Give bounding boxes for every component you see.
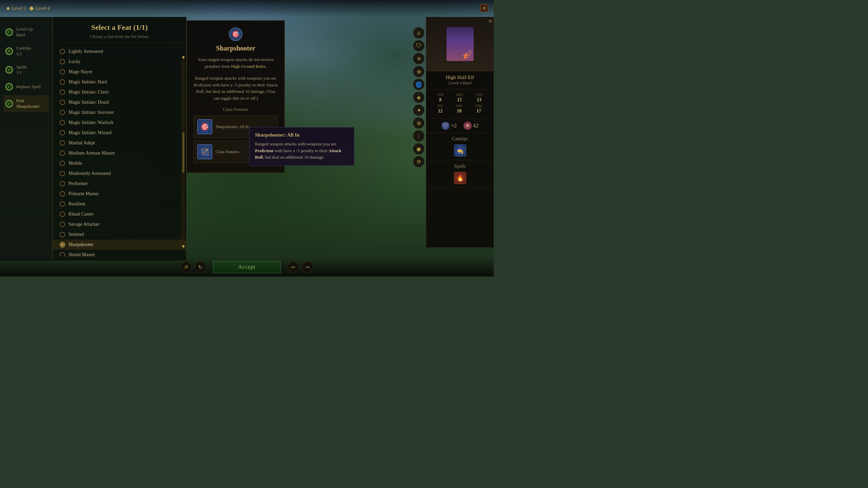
right-icon-8[interactable]: ⊛	[413, 117, 425, 129]
feat-item-moderately-armoured[interactable]: Moderately Armoured	[53, 168, 186, 179]
step-label-replace: Replace Spell	[16, 84, 41, 90]
right-icon-9[interactable]: ⋮	[413, 130, 425, 142]
portrait-image: 🎻	[447, 27, 474, 61]
feat-item-magic-initiate-druid[interactable]: Magic Initiate: Druid	[53, 97, 186, 107]
bottom-icon-undo[interactable]: ↩	[288, 261, 299, 273]
spells-section: Spells 🔥	[426, 160, 494, 188]
right-icon-3[interactable]: ✕	[413, 53, 425, 64]
hp-value: 42	[473, 123, 478, 129]
bottom-icon-rotate-right[interactable]: ↻	[195, 261, 206, 273]
spell-item-1[interactable]: 🔥	[454, 172, 466, 184]
ac-bonus-badge: 🛡 +2	[441, 122, 457, 130]
feat-item-ritual-caster[interactable]: Ritual Caster	[53, 209, 186, 219]
tooltip-body: Ranged weapon attacks with weapons you a…	[255, 141, 349, 161]
feat-item-polearm-master[interactable]: Polearm Master	[53, 189, 186, 199]
bottom-right-icons: ↩ ↪	[288, 261, 313, 273]
feat-name-lucky: Lucky	[68, 59, 81, 64]
right-icon-2[interactable]: 🛡	[413, 40, 425, 52]
feat-name-moderately-armoured: Moderately Armoured	[68, 171, 111, 176]
feat-name-magic-initiate-bard: Magic Initiate: Bard	[68, 79, 107, 85]
right-icon-4[interactable]: ⊕	[413, 66, 425, 77]
tooltip-panel: Sharpshooter: All In Ranged weapon attac…	[249, 127, 354, 166]
portrait-violin-icon: 🎻	[462, 50, 472, 59]
feat-name-sharpshooter: Sharpshooter	[68, 242, 94, 247]
stat-wis: WIS 10	[456, 104, 462, 114]
feat-item-mobile[interactable]: Mobile	[53, 158, 186, 168]
feat-item-sentinel[interactable]: Sentinel	[53, 229, 186, 240]
right-icon-6[interactable]: ◈	[413, 92, 425, 103]
right-icon-bar: ⚔ 🛡 ✕ ⊕ 🌀 ◈ ✦ ⊛ ⋮ ◉ ⟳	[413, 27, 426, 167]
high-ground-rules-highlight: High Ground Rules	[231, 64, 265, 69]
feat-radio-medium-armour-master	[60, 150, 65, 156]
feat-item-resilient[interactable]: Resilient	[53, 199, 186, 209]
feat-item-magic-initiate-cleric[interactable]: Magic Initiate: Cleric	[53, 87, 186, 97]
feat-radio-mage-slayer	[60, 69, 65, 75]
bottom-icon-rotate-left[interactable]: ↺	[180, 261, 192, 273]
feat-item-lucky[interactable]: Lucky	[53, 57, 186, 67]
feat-name-polearm-master: Polearm Master	[68, 191, 99, 197]
expand-panel-button[interactable]: ⊞	[489, 19, 492, 24]
bottom-bar: ↺ ↻ Accept ↩ ↪	[0, 258, 494, 277]
bottom-icon-redo[interactable]: ↪	[302, 261, 313, 273]
feat-item-martial-adept[interactable]: Martial Adept	[53, 138, 186, 148]
stat-cha: CHA 17	[475, 104, 482, 114]
feat-item-sharpshooter[interactable]: Sharpshooter	[53, 240, 186, 250]
spells-title: Spells	[431, 164, 489, 169]
feat-item-magic-initiate-bard[interactable]: Magic Initiate: Bard	[53, 77, 186, 87]
close-button[interactable]: ✕	[480, 4, 488, 12]
accept-button[interactable]: Accept	[213, 261, 281, 273]
character-stats: STR 8 DEX 15 CON 13 INT 12 WIS 10 CHA	[426, 89, 494, 119]
feat-radio-savage-attacker	[60, 222, 65, 227]
feat-item-savage-attacker[interactable]: Savage Attacker	[53, 219, 186, 229]
feat-item-mage-slayer[interactable]: Mage Slayer	[53, 67, 186, 77]
level-from-badge: Level 3	[7, 6, 26, 11]
right-icon-7[interactable]: ✦	[413, 104, 425, 116]
character-info: High Half-Elf Level 4 Bard	[426, 71, 494, 89]
character-portrait: 🎻 ⊞	[426, 17, 494, 71]
stats-row-1: STR 8 DEX 15 CON 13	[431, 93, 489, 103]
step-feat[interactable]: ✓ FeatSharpshooter	[3, 95, 49, 112]
feat-item-performer[interactable]: Performer	[53, 179, 186, 189]
step-label-cantrips: Cantrips1/1	[16, 45, 31, 57]
step-label-feat: FeatSharpshooter	[16, 98, 40, 109]
right-icon-11[interactable]: ⟳	[413, 156, 425, 167]
feat-item-lightly-armoured[interactable]: Lightly Armoured	[53, 46, 186, 57]
step-replace-spell[interactable]: ✓ Replace Spell	[3, 80, 49, 93]
feat-item-magic-initiate-wizard[interactable]: Magic Initiate: Wizard	[53, 128, 186, 138]
stat-con-label: CON	[475, 93, 482, 97]
cantrip-item-1[interactable]: 🧙	[454, 144, 466, 157]
feat-name-lightly-armoured: Lightly Armoured	[68, 49, 103, 54]
feat-panel-subtitle: Choose a feat from the list below.	[60, 34, 179, 39]
right-icon-5[interactable]: 🌀	[413, 79, 425, 90]
feat-item-shield-master[interactable]: Shield Master	[53, 250, 186, 257]
feat-item-magic-initiate-sorcerer[interactable]: Magic Initiate: Sorcerer	[53, 107, 186, 118]
feat-radio-polearm-master	[60, 191, 65, 197]
feat-radio-lucky	[60, 59, 65, 64]
character-extras: 🛡 +2 ♥ 42	[426, 119, 494, 133]
step-level-up[interactable]: ✓ Level UpBard	[3, 24, 49, 41]
stats-row-2: INT 12 WIS 10 CHA 17	[431, 104, 489, 114]
feat-item-medium-armour-master[interactable]: Medium Armour Master	[53, 148, 186, 158]
feat-item-magic-initiate-warlock[interactable]: Magic Initiate: Warlock	[53, 118, 186, 128]
cantrips-section: Cantrips 🧙	[426, 133, 494, 160]
scroll-thumb[interactable]	[182, 132, 184, 173]
step-cantrips[interactable]: ✓ Cantrips1/1	[3, 43, 49, 60]
class-features-label: Class Features	[194, 107, 278, 112]
level-from-label: Level 3	[12, 6, 26, 11]
stat-dex: DEX 15	[456, 93, 463, 103]
feat-radio-sharpshooter	[60, 242, 65, 247]
right-icon-10[interactable]: ◉	[413, 143, 425, 155]
feat-radio-martial-adept	[60, 140, 65, 146]
step-spells[interactable]: ✓ Spells1/1	[3, 62, 49, 79]
stat-con-value: 13	[477, 97, 481, 102]
feature-icon-all-in: 🎯	[197, 119, 212, 134]
feat-name-sentinel: Sentinel	[68, 232, 84, 237]
feat-name-performer: Performer	[68, 181, 88, 186]
stat-dex-value: 15	[457, 97, 462, 102]
scroll-track[interactable]	[182, 58, 184, 247]
right-icon-1[interactable]: ⚔	[413, 27, 425, 39]
feat-list[interactable]: Lightly Armoured Lucky Mage Slayer Magic…	[53, 43, 186, 257]
stat-con: CON 13	[475, 93, 482, 103]
feat-radio-performer	[60, 181, 65, 186]
tooltip-title: Sharpshooter: All In	[255, 132, 349, 138]
